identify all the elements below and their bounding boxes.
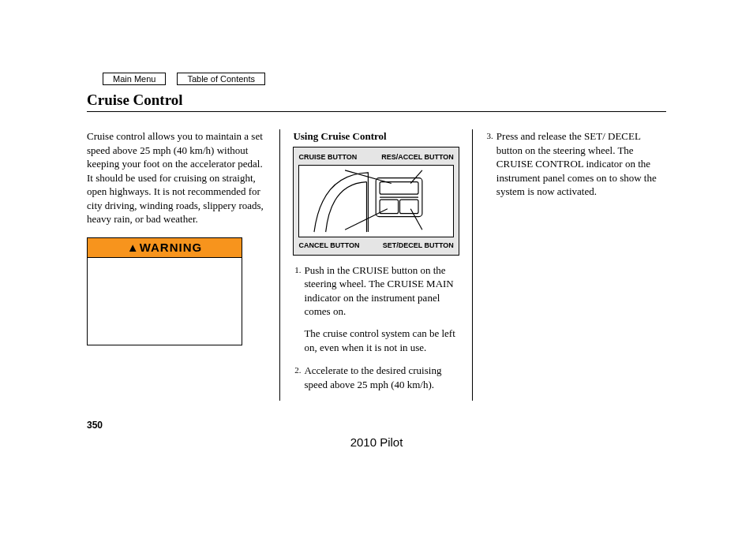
column-1: Cruise control allows you to maintain a … bbox=[87, 129, 279, 401]
page-title: Cruise Control bbox=[87, 91, 183, 108]
content-columns: Cruise control allows you to maintain a … bbox=[87, 129, 666, 401]
svg-rect-1 bbox=[380, 181, 419, 194]
svg-line-8 bbox=[411, 208, 423, 229]
warning-box: ▲WARNING bbox=[87, 237, 242, 345]
diagram-label-cancel-button: CANCEL BUTTON bbox=[298, 241, 359, 250]
footer-model: 2010 Pilot bbox=[87, 435, 666, 449]
column-2: Using Cruise Control CRUISE BUTTON RES/A… bbox=[279, 129, 472, 401]
diagram-label-res-accel: RES/ACCEL BUTTON bbox=[381, 152, 454, 162]
title-bar: Cruise Control bbox=[87, 91, 666, 112]
step-3: 3. Press and release the SET/ DECEL butt… bbox=[485, 129, 665, 199]
warning-header: ▲WARNING bbox=[88, 238, 242, 258]
diagram-label-cruise-button: CRUISE BUTTON bbox=[298, 152, 357, 162]
manual-page: Main Menu Table of Contents Cruise Contr… bbox=[0, 0, 753, 472]
nav-links: Main Menu Table of Contents bbox=[103, 73, 265, 85]
page-number: 350 bbox=[87, 420, 666, 431]
warning-body bbox=[88, 258, 242, 345]
step-2: 2. Accelerate to the desired cruising sp… bbox=[293, 364, 459, 391]
steering-wheel-icon bbox=[299, 166, 452, 236]
intro-paragraph: Cruise control allows you to maintain a … bbox=[87, 129, 265, 226]
diagram-label-set-decel: SET/DECEL BUTTON bbox=[383, 241, 454, 250]
step-text: Accelerate to the desired cruising speed… bbox=[304, 364, 459, 391]
step-number: 2. bbox=[293, 364, 301, 391]
steering-wheel-diagram bbox=[298, 165, 453, 237]
warning-triangle-icon: ▲ bbox=[127, 241, 140, 254]
step-text: Push in the CRUISE button on the steerin… bbox=[304, 264, 453, 318]
svg-rect-4 bbox=[400, 200, 418, 214]
warning-label: WARNING bbox=[140, 241, 203, 254]
step-text: Press and release the SET/ DECEL button … bbox=[496, 129, 665, 199]
toc-link[interactable]: Table of Contents bbox=[177, 73, 265, 85]
step-number: 3. bbox=[485, 129, 493, 199]
main-menu-link[interactable]: Main Menu bbox=[103, 73, 166, 85]
using-cruise-subhead: Using Cruise Control bbox=[293, 129, 459, 144]
column-3: 3. Press and release the SET/ DECEL butt… bbox=[473, 129, 665, 401]
step-note: The cruise control system can be left on… bbox=[304, 327, 459, 354]
step-number: 1. bbox=[293, 263, 301, 354]
step-1: 1. Push in the CRUISE button on the stee… bbox=[293, 263, 459, 354]
diagram-box: CRUISE BUTTON RES/ACCEL BUTTON bbox=[293, 147, 459, 256]
